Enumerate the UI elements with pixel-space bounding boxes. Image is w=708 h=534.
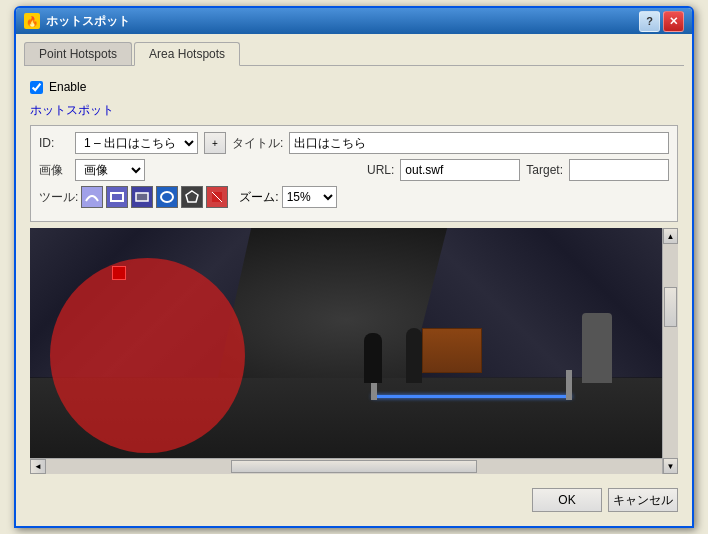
id-select[interactable]: 1 – 出口はこちら — [75, 132, 198, 154]
pencil-tool-button[interactable] — [206, 186, 228, 208]
title-bar: 🔥 ホットスポット ? ✕ — [16, 8, 692, 34]
svg-rect-1 — [136, 193, 148, 201]
close-button[interactable]: ✕ — [663, 11, 684, 32]
title-input[interactable] — [289, 132, 669, 154]
window-body: Point Hotspots Area Hotspots Enable ホットス… — [16, 34, 692, 526]
arc-tool-button[interactable] — [81, 186, 103, 208]
main-window: 🔥 ホットスポット ? ✕ Point Hotspots Area Hotspo… — [14, 6, 694, 528]
rect-tool-button[interactable] — [106, 186, 128, 208]
title-bar-buttons: ? ✕ — [639, 11, 684, 32]
form-group: ID: 1 – 出口はこちら + タイトル: 画像 画像 URL: — [30, 125, 678, 222]
hscroll-thumb[interactable] — [231, 460, 477, 473]
title-label: タイトル: — [232, 135, 283, 152]
cancel-button[interactable]: キャンセル — [608, 488, 678, 512]
horizontal-scrollbar: ◄ ► — [30, 458, 678, 474]
id-row: ID: 1 – 出口はこちら + タイトル: — [39, 132, 669, 154]
url-input[interactable] — [400, 159, 520, 181]
window-icon: 🔥 — [24, 13, 40, 29]
id-label: ID: — [39, 136, 69, 150]
person-silhouette-2 — [406, 328, 422, 383]
barrier-post-right — [566, 370, 572, 400]
target-label: Target: — [526, 163, 563, 177]
help-button[interactable]: ? — [639, 11, 660, 32]
window-title: ホットスポット — [46, 13, 130, 30]
svg-marker-3 — [186, 191, 198, 202]
vertical-scrollbar: ▲ ▼ — [662, 228, 678, 474]
section-label: ホットスポット — [30, 102, 678, 119]
hotspot-circle[interactable] — [50, 258, 245, 453]
scroll-left-button[interactable]: ◄ — [30, 459, 46, 474]
person-silhouette-1 — [364, 333, 382, 383]
url-label: URL: — [367, 163, 394, 177]
tools-label: ツール: — [39, 189, 78, 206]
barrier-rope — [372, 395, 572, 398]
bottom-buttons: OK キャンセル — [30, 482, 678, 512]
tools-row: ツール: — [39, 186, 669, 208]
tab-point-hotspots[interactable]: Point Hotspots — [24, 42, 132, 65]
content-area: Enable ホットスポット ID: 1 – 出口はこちら + タイトル: — [24, 74, 684, 518]
image-label: 画像 — [39, 162, 69, 179]
ellipse-tool-button[interactable] — [156, 186, 178, 208]
enable-label: Enable — [49, 80, 86, 94]
enable-checkbox[interactable] — [30, 81, 43, 94]
zoom-label: ズーム: — [239, 189, 278, 206]
scroll-up-button[interactable]: ▲ — [663, 228, 678, 244]
target-input[interactable] — [569, 159, 669, 181]
ok-button[interactable]: OK — [532, 488, 602, 512]
scroll-thumb[interactable] — [664, 287, 677, 327]
person-silhouette-3 — [582, 313, 612, 383]
title-bar-left: 🔥 ホットスポット — [24, 13, 130, 30]
scroll-track — [663, 244, 678, 458]
svg-point-2 — [161, 192, 173, 202]
image-url-row: 画像 画像 URL: Target: — [39, 159, 669, 181]
poly-tool-button[interactable] — [181, 186, 203, 208]
rect2-tool-button[interactable] — [131, 186, 153, 208]
canvas-area[interactable] — [30, 228, 662, 458]
zoom-select[interactable]: 15% — [282, 186, 337, 208]
id-add-button[interactable]: + — [204, 132, 226, 154]
svg-rect-0 — [111, 193, 123, 201]
tab-area-hotspots[interactable]: Area Hotspots — [134, 42, 240, 66]
image-select[interactable]: 画像 — [75, 159, 145, 181]
scene-box — [422, 328, 482, 373]
hotspot-marker — [112, 266, 126, 280]
hscroll-track — [46, 459, 662, 474]
image-wrapper: ▲ ▼ ◄ ► — [30, 228, 678, 474]
enable-row: Enable — [30, 80, 678, 94]
tab-bar: Point Hotspots Area Hotspots — [24, 42, 684, 66]
scroll-down-button[interactable]: ▼ — [663, 458, 678, 474]
